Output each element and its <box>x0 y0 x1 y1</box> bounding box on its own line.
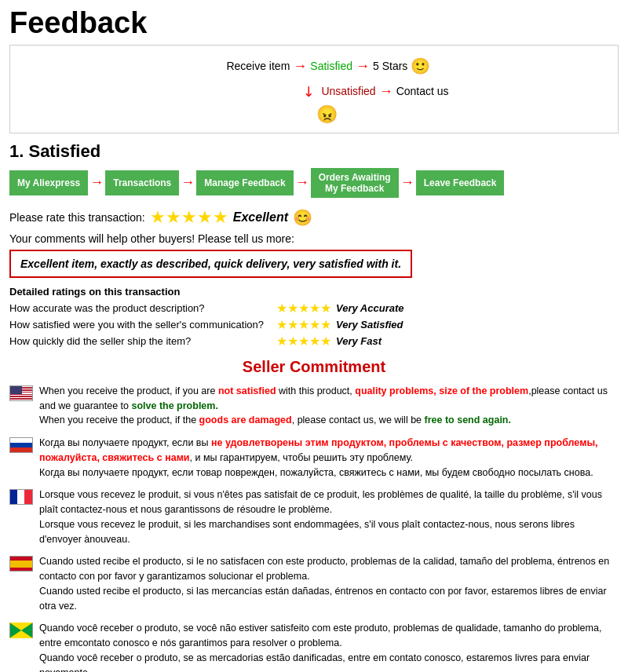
detail-stars-3: ★★★★★ <box>276 334 331 349</box>
comments-prompt: Your comments will help other buyers! Pl… <box>9 232 619 245</box>
flag-spain <box>9 556 33 572</box>
lang-text-usa: When you receive the product, if you are… <box>39 384 619 428</box>
step-transactions[interactable]: Transactions <box>105 170 179 195</box>
lang-text-spain: Cuando usted recibe el producto, si le n… <box>39 554 619 613</box>
lang-block-spain: Cuando usted recibe el producto, si le n… <box>9 554 619 613</box>
commitment-title: Seller Commitment <box>9 358 619 376</box>
flow-arrow-2: → <box>356 55 370 78</box>
detail-question-1: How accurate was the product description… <box>9 302 276 314</box>
flow-five-stars: 5 Stars <box>373 57 407 75</box>
lang-block-france: Lorsque vous recevez le produit, si vous… <box>9 488 619 546</box>
lang-text-france: Lorsque vous recevez le produit, si vous… <box>39 488 619 546</box>
detail-header: Detailed ratings on this transaction <box>9 286 619 298</box>
detail-value-2: Very Satisfied <box>336 319 403 331</box>
step-manage-feedback[interactable]: Manage Feedback <box>196 170 293 195</box>
steps-navigation: My Aliexpress → Transactions → Manage Fe… <box>9 168 619 198</box>
flow-contact-us: Contact us <box>396 82 449 100</box>
detail-row-2: How satisfied were you with the seller's… <box>9 317 619 332</box>
detailed-ratings: Detailed ratings on this transaction How… <box>9 286 619 349</box>
smile-emoji: 🙂 <box>411 53 430 79</box>
flow-arrow-diagonal: ↘ <box>297 79 321 104</box>
rating-stars: ★★★★★ <box>150 207 228 228</box>
flow-receive-item: Receive item <box>226 57 290 75</box>
flag-brazil <box>9 623 33 638</box>
flag-france <box>9 489 33 505</box>
detail-question-3: How quickly did the seller ship the item… <box>9 335 276 347</box>
lang-block-russia: Когда вы получаете продукт, если вы не у… <box>9 436 619 480</box>
detail-value-3: Very Fast <box>336 335 382 347</box>
highlight-russia-unsatisfied: не удовлетворены этим продуктом, проблем… <box>39 437 598 463</box>
step-arrow-3: → <box>294 174 311 191</box>
detail-value-1: Very Accurate <box>336 302 403 314</box>
highlight-free-send: free to send again. <box>425 415 511 425</box>
detail-row-1: How accurate was the product description… <box>9 301 619 316</box>
step-my-aliexpress[interactable]: My Aliexpress <box>9 170 88 195</box>
flow-unsatisfied: Unsatisfied <box>321 82 375 100</box>
highlight-goods-damaged: goods are damaged <box>199 415 292 425</box>
step-orders-awaiting[interactable]: Orders AwaitingMy Feedback <box>311 168 399 198</box>
flow-arrow-3: → <box>379 80 393 103</box>
flag-russia <box>9 437 33 453</box>
comment-box: Excellent item, exactly as described, qu… <box>9 250 412 278</box>
flow-arrow-1: → <box>293 55 307 78</box>
flow-satisfied: Satisfied <box>310 57 352 75</box>
rating-prompt: Please rate this transaction: <box>9 211 145 224</box>
highlight-quality-problems: quality problems, size of the problem <box>355 385 528 396</box>
step-arrow-2: → <box>179 174 196 191</box>
detail-row-3: How quickly did the seller ship the item… <box>9 334 619 349</box>
detail-stars-1: ★★★★★ <box>276 301 331 316</box>
highlight-solve-problem: solve the problem. <box>131 400 217 411</box>
rating-section: Please rate this transaction: ★★★★★ Exce… <box>9 207 619 228</box>
lang-block-usa: When you receive the product, if you are… <box>9 384 619 428</box>
rating-label: Excellent <box>233 210 288 225</box>
detail-question-2: How satisfied were you with the seller's… <box>9 319 276 331</box>
detail-stars-2: ★★★★★ <box>276 317 331 332</box>
section-1-title: 1. Satisfied <box>9 141 619 162</box>
highlight-not-satisfied: not satisfied <box>218 385 276 396</box>
page-title: Feedback <box>9 6 619 40</box>
lang-text-brazil: Quando você receber o produto, se você n… <box>39 621 619 672</box>
flow-diagram: Receive item → Satisfied → 5 Stars 🙂 ↘ U… <box>9 45 619 133</box>
lang-text-russia: Когда вы получаете продукт, если вы не у… <box>39 436 619 480</box>
step-arrow-4: → <box>399 174 416 191</box>
flag-usa <box>9 385 33 401</box>
seller-commitment-section: Seller Commitment When you receive the p… <box>9 358 619 672</box>
step-leave-feedback[interactable]: Leave Feedback <box>416 170 505 195</box>
rating-emoji: 😊 <box>293 208 312 227</box>
step-arrow-1: → <box>88 174 105 191</box>
lang-block-brazil: Quando você receber o produto, se você n… <box>9 621 619 672</box>
unhappy-emoji: 😠 <box>226 104 338 125</box>
